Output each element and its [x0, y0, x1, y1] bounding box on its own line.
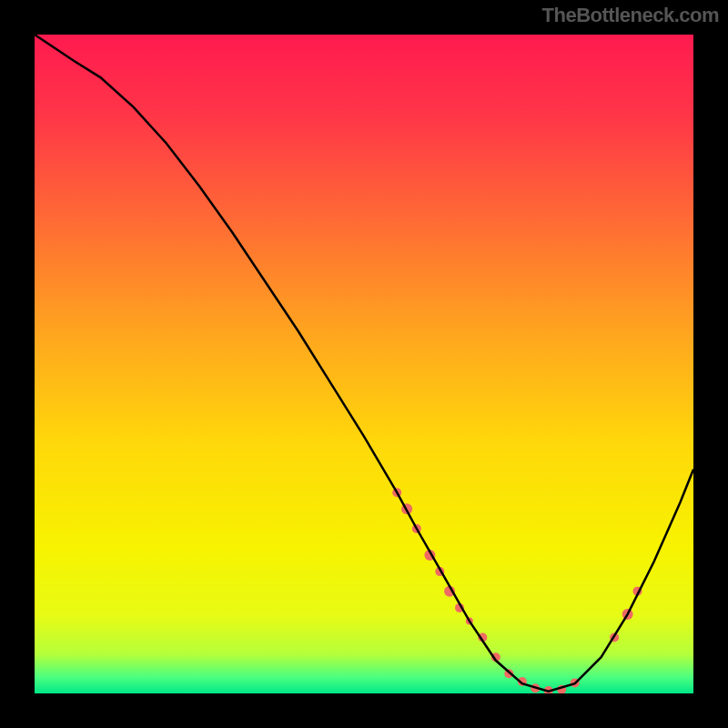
gradient-background [35, 35, 693, 693]
attribution-label: TheBottleneck.com [542, 4, 719, 27]
bottleneck-chart [35, 35, 693, 693]
chart-frame: TheBottleneck.com [0, 0, 728, 728]
plot-area [35, 35, 693, 693]
